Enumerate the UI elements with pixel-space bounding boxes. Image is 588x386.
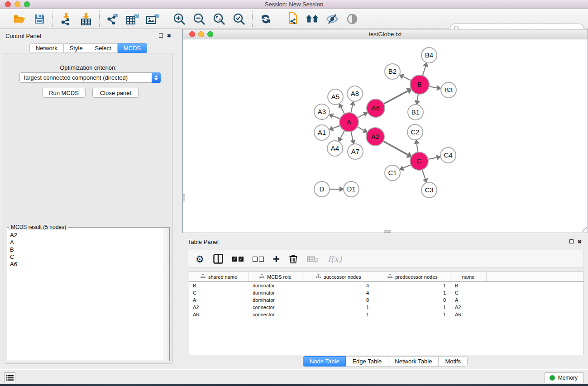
mcds-list-scrollbar[interactable] [163,228,169,360]
table-cell[interactable]: dominator [249,283,302,288]
table-cell[interactable]: A [450,297,487,303]
column-header-name[interactable]: name [450,272,487,281]
task-list-button[interactable] [5,372,15,383]
graph-edge-A-A1[interactable] [333,126,339,129]
table-cell[interactable]: C [450,290,487,295]
graph-edge-B-B1[interactable] [417,95,418,101]
export-table-icon[interactable] [126,12,139,26]
graph-edge-B-B2[interactable] [403,76,411,80]
minimize-window-button[interactable] [14,1,20,7]
graph-edge-A-A4[interactable] [340,131,344,138]
graph-edge-A-A6[interactable] [358,114,364,117]
table-cell[interactable]: A2 [189,305,249,310]
mcds-result-item[interactable]: A2 [8,231,163,238]
zoom-fit-icon[interactable] [212,12,226,26]
tab-node-table[interactable]: Node Table [303,356,346,367]
table-cell[interactable]: 4 [302,290,375,295]
resize-grip[interactable] [582,227,588,233]
table-cell[interactable]: A [189,297,249,303]
table-cell[interactable]: 1 [302,312,375,317]
gray-eye-icon[interactable] [345,12,359,26]
refresh-icon[interactable] [259,12,272,26]
table-cell[interactable]: 1 [302,305,375,310]
float-panel-icon[interactable] [159,33,163,38]
add-column-icon[interactable]: + [273,254,280,264]
hide-eye-icon[interactable] [325,12,339,26]
zoom-out-icon[interactable] [192,12,206,26]
select-all-columns-icon[interactable]: ✓✓ [232,257,244,262]
table-cell[interactable]: A6 [450,312,487,317]
float-table-panel-icon[interactable] [569,239,574,244]
table-cell[interactable]: dominator [249,297,302,303]
graph-edge-C-C3[interactable] [422,170,425,179]
table-cell[interactable]: 1 [375,305,450,310]
graph-edge-A-A7[interactable] [351,132,353,140]
export-image-icon[interactable] [146,12,159,26]
network-minimize-button[interactable] [198,31,204,37]
close-table-panel-icon[interactable]: ✖ [578,239,582,244]
import-table-icon[interactable] [79,12,93,26]
table-row[interactable]: A2connector11A2 [189,304,583,311]
column-header-MCDS-role[interactable]: MCDS role [249,272,302,281]
network-horizontal-scrollbar[interactable] [384,230,391,233]
table-cell[interactable]: connector [249,305,302,310]
table-cell[interactable]: dominator [249,290,302,295]
close-window-button[interactable] [5,1,11,7]
tab-network-table[interactable]: Network Table [388,356,439,367]
tab-style[interactable]: Style [64,43,89,53]
table-cell[interactable]: 1 [375,312,450,317]
tab-motifs[interactable]: Motifs [439,356,468,367]
mcds-result-item[interactable]: C [8,253,163,260]
table-cell[interactable]: A6 [189,312,249,317]
criterion-dropdown[interactable]: largest connected component (directed) [19,72,161,83]
table-cell[interactable]: B [450,283,487,288]
graph-edge-A-A8[interactable] [351,105,352,112]
table-cell[interactable]: 1 [375,283,450,288]
graph-edge-A-A2[interactable] [358,127,363,130]
graph-edge-C-C2[interactable] [417,144,418,152]
graph-edge-B-B3[interactable] [430,86,437,88]
graph-edge-A6-B[interactable] [384,91,408,104]
run-mcds-button[interactable]: Run MCDS [42,88,86,98]
open-file-icon[interactable] [13,12,26,26]
close-panel-button[interactable]: Close panel [92,88,139,98]
column-header-shared-name[interactable]: shared name [189,272,249,281]
memory-button[interactable]: Memory [545,372,583,383]
tab-network[interactable]: Network [29,43,64,53]
table-row[interactable]: Cdominator41C [189,289,583,296]
column-header-predecessor-nodes[interactable]: predecessor nodes [375,272,450,281]
table-cell[interactable]: C [189,290,249,295]
zoom-in-icon[interactable] [172,12,186,26]
table-cell[interactable]: 0 [375,297,450,303]
mcds-result-item[interactable]: A [8,238,163,246]
save-icon[interactable] [33,12,46,26]
table-cell[interactable]: 1 [375,290,450,295]
close-panel-icon[interactable]: ✖ [167,33,171,38]
network-vertical-scrollbar[interactable] [183,194,185,201]
table-settings-gear-icon[interactable]: ⚙ [196,254,204,264]
duplicate-network-icon[interactable] [286,12,299,26]
tab-select[interactable]: Select [89,43,118,53]
table-row[interactable]: Adominator80A [189,296,583,304]
table-cell[interactable]: B [189,283,249,288]
table-cell[interactable]: A2 [450,305,487,310]
tab-mcds[interactable]: MCDS [118,43,147,53]
export-network-icon[interactable] [106,12,120,26]
graph-edge-A-A5[interactable] [341,107,344,114]
network-canvas[interactable]: B4B2BB3A5A8A6A3B1AA1C2A2A4A7C4CC1DD1C3 [183,39,588,233]
table-cell[interactable]: connector [249,312,302,317]
graph-edge-C-C4[interactable] [429,157,437,159]
import-network-icon[interactable] [59,12,73,26]
split-columns-icon[interactable] [213,254,223,264]
network-close-button[interactable] [189,31,195,37]
column-header-successor-nodes[interactable]: successor nodes [302,272,375,281]
mcds-result-item[interactable]: B [8,246,163,253]
network-zoom-button[interactable] [207,31,213,37]
zoom-window-button[interactable] [24,1,30,7]
graph-edge-A2-C[interactable] [383,141,407,155]
zoom-selected-icon[interactable] [232,12,246,26]
graph-edge-A-A3[interactable] [333,116,339,119]
delete-column-icon[interactable] [289,254,298,264]
graph-edge-B-B4[interactable] [423,67,425,75]
table-cell[interactable]: 4 [302,283,375,288]
